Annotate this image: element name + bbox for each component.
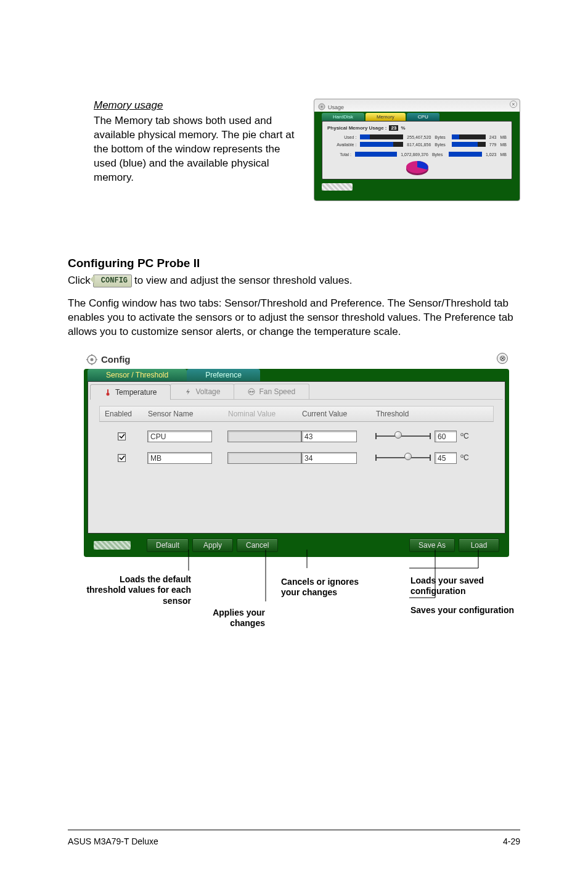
tab-cpu[interactable]: CPU: [407, 113, 439, 121]
bytes-unit: Bytes: [435, 142, 446, 147]
col-enabled: Enabled: [105, 410, 148, 418]
thermometer-icon: [104, 389, 112, 396]
close-icon[interactable]: ×: [510, 101, 517, 108]
mem-used-bytes: 255,467,520: [407, 135, 431, 139]
disc-icon: [318, 103, 325, 112]
config-title: Config: [101, 354, 130, 365]
configuring-heading: Configuring PC Probe II: [68, 257, 520, 270]
col-threshold: Threshold: [376, 410, 493, 418]
svg-point-1: [321, 106, 323, 108]
callout-apply: Applies your changes: [185, 608, 265, 629]
col-current: Current Value: [302, 410, 376, 418]
bytes-unit: Bytes: [432, 152, 443, 157]
apply-button[interactable]: Apply: [192, 538, 233, 552]
mem-total-mb: 1,023: [486, 152, 497, 157]
subtab-fanspeed[interactable]: Fan Speed: [234, 384, 309, 399]
unit-degree-c: oC: [460, 431, 469, 440]
percent-unit: %: [401, 125, 405, 131]
memory-usage-paragraph: The Memory tab shows both used and avail…: [94, 114, 295, 185]
current-value-field: 34: [301, 452, 357, 464]
enable-checkbox[interactable]: [118, 454, 126, 462]
mem-available-mb: 779: [489, 142, 497, 147]
usage-title: Usage: [328, 104, 344, 110]
svg-point-5: [91, 358, 94, 361]
sensor-name-field[interactable]: MB: [147, 452, 212, 464]
unit-degree-c: oC: [460, 453, 469, 462]
resize-grip: [322, 183, 353, 191]
svg-point-11: [107, 392, 110, 395]
mb-unit: MB: [500, 142, 507, 147]
subtab-voltage[interactable]: Voltage: [170, 384, 234, 399]
callouts: Loads the default threshold values for e…: [84, 562, 509, 636]
mem-total-label: Total :: [327, 152, 351, 157]
subtab-voltage-label: Voltage: [195, 387, 220, 396]
callout-load: Loads your saved configuration: [410, 576, 515, 597]
save-as-button[interactable]: Save As: [409, 538, 455, 552]
callout-cancel: Cancels or ignores your changes: [281, 577, 361, 598]
subtab-temperature-label: Temperature: [115, 388, 157, 397]
nominal-field: [227, 431, 301, 442]
click-prefix: Click: [68, 274, 91, 288]
usage-window: Usage × HardDisk Memory CPU Physical Mem…: [314, 99, 520, 201]
tab-harddisk[interactable]: HardDisk: [322, 113, 364, 121]
col-sensor-name: Sensor Name: [148, 410, 228, 418]
mb-unit: MB: [500, 135, 507, 139]
gear-icon: [86, 354, 97, 365]
threshold-slider[interactable]: [375, 434, 431, 439]
tab-preference[interactable]: Preference: [187, 369, 260, 381]
load-button[interactable]: Load: [459, 538, 499, 552]
bolt-icon: [184, 388, 192, 395]
current-value-field: 43: [301, 431, 357, 442]
footer-left: ASUS M3A79-T Deluxe: [68, 836, 158, 846]
subtab-fanspeed-label: Fan Speed: [259, 387, 295, 396]
mem-row-used: Used : 255,467,520 Bytes 243 MB: [327, 134, 507, 139]
threshold-field[interactable]: 60: [435, 431, 457, 442]
mem-available-bytes: 817,401,856: [407, 142, 431, 147]
physical-memory-label: Physical Memory Usage :: [327, 125, 386, 131]
grid-header: Enabled Sensor Name Nominal Value Curren…: [99, 406, 494, 422]
nominal-field: [227, 452, 301, 464]
threshold-slider[interactable]: [375, 455, 431, 460]
callout-default: Loads the default threshold values for e…: [80, 574, 191, 607]
col-nominal: Nominal Value: [228, 410, 302, 418]
enable-checkbox[interactable]: [118, 432, 126, 440]
memory-usage-heading: Memory usage: [94, 99, 295, 113]
resize-grip: [94, 541, 131, 550]
subtab-temperature[interactable]: Temperature: [90, 384, 171, 400]
config-window: Config ⊗ Sensor / Threshold Preference T…: [84, 352, 509, 557]
sensor-name-field[interactable]: CPU: [147, 431, 212, 442]
memory-pie-chart: [404, 159, 431, 176]
default-button[interactable]: Default: [147, 538, 189, 552]
mb-unit: MB: [500, 152, 507, 157]
cancel-button[interactable]: Cancel: [237, 538, 278, 552]
mem-total-bytes: 1,072,869,376: [401, 152, 428, 157]
sensor-row-mb: MB 34 45 oC: [99, 450, 494, 466]
threshold-field[interactable]: 45: [435, 452, 457, 464]
click-suffix: to view and adjust the sensor threshold …: [134, 274, 352, 288]
bytes-unit: Bytes: [435, 135, 446, 139]
footer-right: 4-29: [503, 836, 520, 846]
tab-sensor-threshold[interactable]: Sensor / Threshold: [88, 369, 187, 381]
callout-save: Saves your configuration: [410, 605, 515, 616]
memory-usage-percent: 23: [389, 125, 398, 131]
close-icon[interactable]: ⊗: [497, 353, 508, 364]
mem-used-mb: 243: [489, 135, 497, 139]
configuring-paragraph: The Config window has two tabs: Sensor/T…: [68, 297, 520, 339]
config-badge: CONFIG: [93, 274, 132, 287]
sensor-row-cpu: CPU 43 60 oC: [99, 428, 494, 445]
fan-icon: [248, 388, 255, 395]
mem-row-available: Available : 817,401,856 Bytes 779 MB: [327, 142, 507, 147]
mem-used-label: Used :: [332, 135, 356, 139]
mem-row-total: Total : 1,072,869,376 Bytes 1,023 MB: [327, 152, 507, 157]
mem-available-label: Available :: [332, 142, 356, 147]
tab-memory[interactable]: Memory: [365, 113, 406, 121]
